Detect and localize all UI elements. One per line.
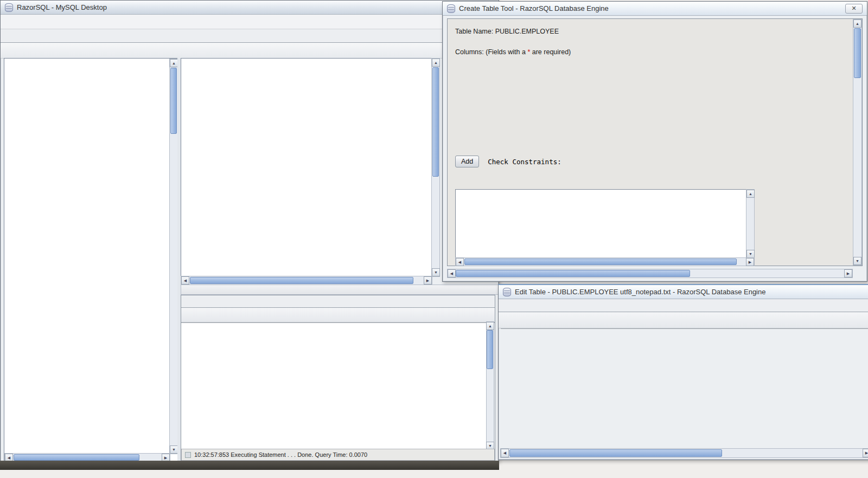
scroll-left-icon[interactable]: ◀	[456, 258, 464, 266]
results-status-text: 10:32:57:853 Executing Statement . . . D…	[194, 451, 367, 458]
results-tab-bar	[181, 295, 495, 308]
scroll-up-icon[interactable]: ▲	[170, 59, 178, 67]
main-window: RazorSQL - MySQL Desktop ▲ ▼ ◀ ▶	[0, 0, 499, 462]
add-column-button[interactable]: Add	[455, 156, 479, 167]
app-icon	[447, 4, 455, 13]
scroll-up-icon[interactable]: ▲	[486, 322, 494, 330]
scroll-right-icon[interactable]: ▶	[746, 258, 754, 266]
tree-vscrollbar[interactable]: ▲ ▼	[169, 59, 178, 454]
window-title: RazorSQL - MySQL Desktop	[17, 3, 107, 11]
results-vscrollbar[interactable]: ▲ ▼	[486, 321, 494, 450]
check-constraints-label: Check Constraints:	[488, 158, 561, 166]
results-panel: ▲ ▼ 10:32:57:853 Executing Statement . .…	[181, 295, 495, 461]
app-icon	[503, 288, 511, 296]
columns-note-label: Columns: (Fields with a * are required)	[455, 48, 571, 56]
create-table-title-bar[interactable]: Create Table Tool - RazorSQL Database En…	[443, 2, 867, 16]
connection-tab-bar	[1, 29, 499, 43]
scroll-down-icon[interactable]: ▼	[746, 250, 755, 258]
generated-sql-preview[interactable]	[455, 189, 754, 262]
create-table-dialog: Create Table Tool - RazorSQL Database En…	[442, 1, 867, 282]
scroll-up-icon[interactable]: ▲	[853, 20, 861, 28]
edit-grid-header-row	[501, 328, 868, 329]
scroll-down-icon[interactable]: ▼	[432, 268, 440, 276]
dialog-title: Create Table Tool - RazorSQL Database En…	[459, 4, 609, 12]
scroll-down-icon[interactable]: ▼	[170, 445, 178, 454]
editor-vscrollbar[interactable]: ▲ ▼	[431, 58, 440, 277]
scroll-left-icon[interactable]: ◀	[501, 449, 509, 457]
dialog-title: Edit Table - PUBLIC.EMPLOYEE utf8_notepa…	[515, 288, 765, 296]
create-table-body: ▲ ▼ Table Name: PUBLIC.EMPLOYEE Columns:…	[447, 18, 863, 266]
menu-bar	[1, 15, 499, 29]
dialog-vscrollbar[interactable]: ▲ ▼	[853, 19, 862, 266]
close-icon[interactable]: ✕	[845, 4, 863, 14]
main-title-bar[interactable]: RazorSQL - MySQL Desktop	[1, 1, 499, 15]
scroll-up-icon[interactable]: ▲	[746, 190, 755, 198]
scroll-right-icon[interactable]: ▶	[424, 276, 432, 285]
desktop: RazorSQL - MySQL Desktop ▲ ▼ ◀ ▶	[0, 0, 868, 478]
edit-hscrollbar[interactable]: ◀ ▶	[500, 448, 868, 458]
scroll-right-icon[interactable]: ▶	[863, 449, 868, 457]
preview-vscrollbar[interactable]: ▲ ▼	[746, 189, 755, 259]
sql-editor[interactable]	[181, 58, 432, 279]
status-icon	[185, 452, 191, 458]
scroll-left-icon[interactable]: ◀	[181, 276, 189, 285]
scroll-left-icon[interactable]: ◀	[448, 269, 456, 277]
database-tree-panel: ▲ ▼ ◀ ▶	[4, 58, 178, 462]
results-header-row	[181, 322, 495, 323]
table-name-label: Table Name: PUBLIC.EMPLOYEE	[455, 28, 559, 35]
edit-table-title-bar[interactable]: Edit Table - PUBLIC.EMPLOYEE utf8_notepa…	[499, 285, 868, 299]
scroll-right-icon[interactable]: ▶	[844, 269, 852, 277]
dialog-hscrollbar[interactable]: ◀ ▶	[447, 269, 853, 278]
edit-table-dialog: Edit Table - PUBLIC.EMPLOYEE utf8_notepa…	[498, 284, 868, 460]
scroll-up-icon[interactable]: ▲	[432, 59, 440, 67]
scroll-down-icon[interactable]: ▼	[853, 257, 861, 265]
editor-status-bar	[181, 285, 504, 295]
preview-hscrollbar[interactable]: ◀ ▶	[455, 257, 755, 266]
results-toolbar	[181, 308, 495, 322]
database-tree[interactable]	[5, 60, 170, 454]
main-window-bottom-frame	[0, 461, 499, 470]
main-toolbar	[1, 43, 499, 59]
editor-hscrollbar[interactable]: ◀ ▶	[181, 276, 432, 285]
results-status-bar: 10:32:57:853 Executing Statement . . . D…	[181, 449, 495, 461]
edit-table-tab-bar	[499, 299, 868, 312]
edit-table-toolbar	[499, 312, 868, 328]
app-icon	[5, 3, 13, 12]
